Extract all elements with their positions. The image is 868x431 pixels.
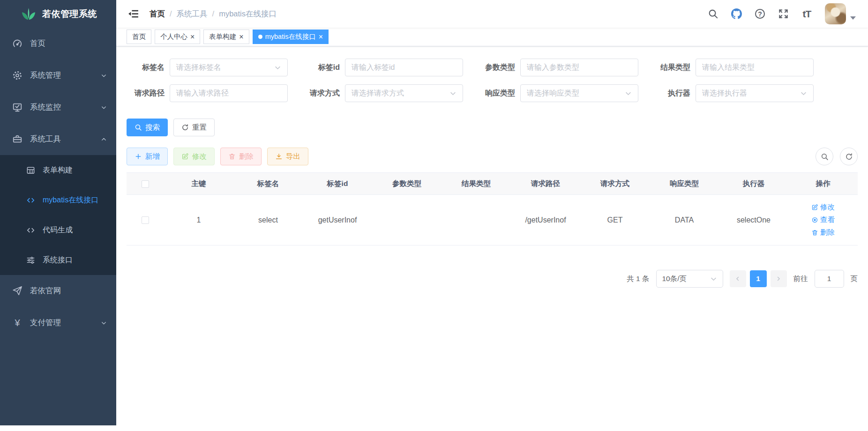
op-label: 删除	[820, 228, 835, 238]
sidebar-item-payment-manage[interactable]: ¥ 支付管理	[0, 307, 116, 339]
next-page-button[interactable]	[771, 270, 787, 287]
fullscreen-icon[interactable]	[778, 8, 789, 19]
sidebar-item-system-tools[interactable]: 系统工具	[0, 123, 116, 155]
col-header-operations: 操作	[788, 173, 858, 195]
close-icon[interactable]: ×	[190, 33, 195, 41]
breadcrumb-system-tools: 系统工具	[177, 9, 208, 19]
col-header-id: 主键	[164, 173, 233, 195]
github-icon[interactable]	[731, 8, 742, 19]
chevron-down-icon	[800, 90, 807, 97]
sidebar-item-home[interactable]: 首页	[0, 28, 116, 59]
goto-label: 前往	[793, 274, 808, 284]
sidebar-item-label: 代码生成	[43, 225, 73, 235]
sidebar-item-mybatis-online-api[interactable]: mybatis在线接口	[0, 185, 116, 215]
result-type-input[interactable]	[696, 59, 814, 76]
search-actions: 搜索 重置	[127, 119, 858, 136]
col-header-tag-id: 标签id	[303, 173, 372, 195]
cell-executor: selectOne	[719, 195, 788, 245]
help-icon[interactable]: ?	[755, 8, 765, 19]
caret-down-icon	[850, 16, 856, 20]
goto-page-input[interactable]	[815, 270, 844, 288]
field-label: 响应类型	[477, 89, 520, 98]
user-menu[interactable]	[825, 3, 856, 24]
cell-request-path: /getUserInof	[511, 195, 580, 245]
search-button[interactable]: 搜索	[127, 119, 168, 136]
request-path-input[interactable]	[170, 84, 288, 102]
system-tools-submenu: 表单构建 mybatis在线接口 代码生成	[0, 155, 116, 275]
sidebar-item-label: 表单构建	[43, 165, 73, 175]
row-checkbox[interactable]	[142, 216, 149, 224]
row-edit-link[interactable]: 修改	[811, 202, 835, 212]
tab-profile[interactable]: 个人中心 ×	[155, 30, 200, 44]
sidebar-item-ruoyi-website[interactable]: 若依官网	[0, 275, 116, 307]
sidebar-toggle-icon[interactable]	[127, 8, 139, 20]
chevron-up-icon	[101, 136, 107, 142]
horizontal-scrollbar[interactable]	[0, 425, 868, 431]
yen-icon: ¥	[12, 318, 22, 328]
table-header-row: 主键 标签名 标签id 参数类型 结果类型 请求路径 请求方式 响应类型 执行器…	[127, 173, 858, 195]
tag-name-select[interactable]: 请选择标签名	[170, 59, 288, 76]
field-label: 请求路径	[127, 89, 170, 98]
reset-button[interactable]: 重置	[173, 119, 215, 136]
page-number-1[interactable]: 1	[750, 270, 767, 287]
sidebar-item-label: 系统接口	[43, 255, 73, 265]
sidebar-item-system-manage[interactable]: 系统管理	[0, 59, 116, 91]
breadcrumb-current: mybatis在线接口	[219, 9, 277, 19]
select-placeholder: 请选择标签名	[176, 63, 274, 73]
prev-page-button[interactable]	[730, 270, 746, 287]
chevron-down-icon	[625, 90, 632, 97]
executor-select[interactable]: 请选择执行器	[696, 84, 814, 102]
select-all-checkbox[interactable]	[142, 180, 149, 188]
search-icon[interactable]	[708, 8, 718, 19]
sidebar-item-system-api[interactable]: 系统接口	[0, 245, 116, 275]
logo-leaf-icon	[22, 7, 36, 21]
param-type-input[interactable]	[520, 59, 638, 76]
row-view-link[interactable]: 查看	[811, 215, 835, 225]
show-search-button[interactable]	[816, 148, 833, 165]
request-method-select[interactable]: 请选择请求方式	[345, 84, 463, 102]
page-size-select[interactable]: 10条/页	[656, 270, 723, 288]
cell-param-type	[372, 195, 441, 245]
add-button[interactable]: 新增	[127, 148, 168, 165]
select-placeholder: 请选择响应类型	[527, 89, 625, 98]
row-delete-link[interactable]: 删除	[811, 228, 835, 238]
delete-button[interactable]: 删除	[220, 148, 262, 165]
refresh-button[interactable]	[840, 148, 858, 165]
sidebar-item-code-generator[interactable]: 代码生成	[0, 215, 116, 245]
app-logo[interactable]: 若依管理系统	[0, 0, 116, 28]
tab-label: 表单构建	[209, 32, 236, 41]
field-executor: 执行器 请选择执行器	[652, 84, 814, 102]
close-icon[interactable]: ×	[319, 33, 323, 41]
response-type-select[interactable]: 请选择响应类型	[520, 84, 638, 102]
sidebar-item-system-monitor[interactable]: 系统监控	[0, 91, 116, 123]
field-request-path: 请求路径	[127, 84, 288, 102]
code-icon	[26, 226, 35, 235]
breadcrumb-home[interactable]: 首页	[150, 9, 165, 19]
tag-id-input[interactable]	[345, 59, 463, 76]
font-size-icon[interactable]: tT	[801, 8, 812, 19]
edit-button[interactable]: 修改	[173, 148, 215, 165]
search-form-row-2: 请求路径 请求方式 请选择请求方式 响应类型 请选择响应类型	[127, 84, 858, 102]
button-label: 删除	[239, 152, 254, 162]
cell-tag-id: getUserInof	[303, 195, 372, 245]
tab-mybatis-online-api[interactable]: mybatis在线接口 ×	[253, 30, 329, 44]
table-grid-icon	[26, 166, 35, 175]
close-icon[interactable]: ×	[239, 33, 243, 41]
field-label: 参数类型	[477, 63, 520, 73]
sidebar-item-label: 系统工具	[30, 134, 61, 144]
tab-home[interactable]: 首页	[127, 30, 151, 44]
download-icon	[275, 153, 283, 160]
pagination-total: 共 1 条	[627, 274, 649, 284]
monitor-icon	[12, 102, 22, 112]
sidebar-menu: 首页 系统管理 系统监控	[0, 28, 116, 339]
code-icon	[26, 196, 35, 205]
button-label: 新增	[145, 152, 160, 162]
tab-form-builder[interactable]: 表单构建 ×	[203, 30, 249, 44]
sidebar-item-form-builder[interactable]: 表单构建	[0, 155, 116, 185]
pagination: 共 1 条 10条/页 1 前往 页	[127, 270, 858, 288]
field-label: 结果类型	[652, 63, 696, 73]
export-button[interactable]: 导出	[267, 148, 308, 165]
avatar[interactable]	[825, 3, 846, 24]
plus-icon	[135, 153, 142, 160]
tab-label: 首页	[132, 32, 146, 41]
